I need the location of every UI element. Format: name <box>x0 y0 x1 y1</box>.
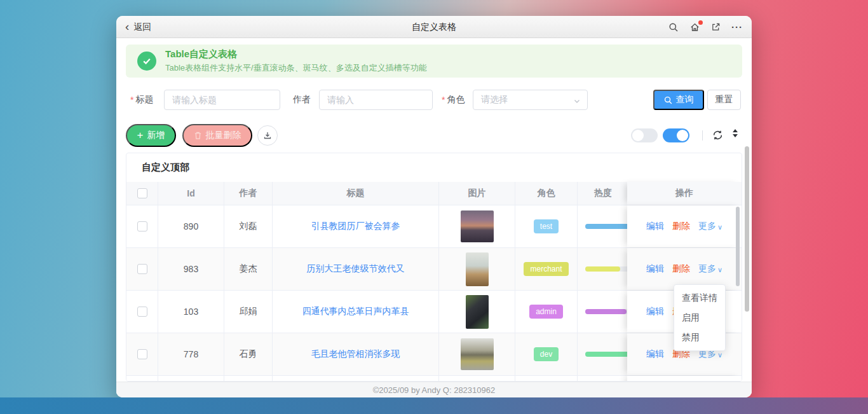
title-link[interactable]: 四通代事内总革日声内革县 <box>302 306 409 317</box>
header-title: 标题 <box>273 182 439 205</box>
heat-bar <box>585 309 627 314</box>
author-input[interactable] <box>319 90 433 110</box>
copyright-text: ©2025/09 by Andy Q: 282310962 <box>373 385 495 395</box>
menu-item-view-details[interactable]: 查看详情 <box>674 288 725 308</box>
header-heat: 热度 <box>578 182 628 205</box>
title-cell: 四通代事内总革日声内革县 <box>273 291 439 333</box>
header-ops: 操作 <box>627 182 742 205</box>
role-cell: admin <box>515 291 578 333</box>
row-checkbox[interactable] <box>137 307 147 317</box>
banner-subtitle: Table表格组件支持水平/垂直滚动条、斑马纹、多选及自定义插槽等功能 <box>165 62 427 74</box>
checkbox-cell <box>126 376 158 382</box>
row-checkbox[interactable] <box>137 264 147 274</box>
external-link-icon[interactable] <box>711 22 721 32</box>
chevron-down-icon <box>573 97 581 107</box>
edit-link[interactable]: 编辑 <box>646 221 664 232</box>
search-icon <box>664 96 672 104</box>
page-content: Table自定义表格 Table表格组件支持水平/垂直滚动条、斑马纹、多选及自定… <box>116 38 752 397</box>
sort-down-icon <box>733 134 738 137</box>
row-thumbnail[interactable] <box>466 252 489 286</box>
edit-link[interactable]: 编辑 <box>646 348 664 360</box>
title-field-label: * 标题 <box>130 90 153 110</box>
search-button[interactable]: 查询 <box>653 90 704 110</box>
title-input[interactable] <box>164 90 280 110</box>
checkbox-cell <box>126 333 158 375</box>
id-cell: 890 <box>158 205 224 247</box>
row-thumbnail[interactable] <box>461 338 494 370</box>
add-button[interactable]: + 新增 <box>126 124 176 147</box>
download-button[interactable] <box>257 125 278 146</box>
title-link[interactable]: 引县教团历厂被会算参 <box>311 221 400 232</box>
role-cell <box>515 376 578 382</box>
page-scrollbar[interactable] <box>745 146 749 312</box>
footer: ©2025/09 by Andy Q: 282310962 <box>116 382 752 397</box>
role-cell: merchant <box>515 248 578 290</box>
more-link[interactable]: 更多 ∨ <box>698 221 722 232</box>
required-asterisk: * <box>442 95 445 105</box>
search-icon[interactable] <box>668 22 679 32</box>
row-checkbox[interactable] <box>137 221 147 231</box>
id-cell: 103 <box>158 291 224 333</box>
author-cell: 石勇 <box>224 333 273 375</box>
toggle-knob <box>632 130 644 141</box>
chevron-down-icon: ∨ <box>717 266 722 274</box>
batch-delete-button[interactable]: 批量删除 <box>182 124 252 147</box>
select-all-checkbox[interactable] <box>137 188 147 198</box>
role-select-placeholder: 请选择 <box>481 94 508 106</box>
required-asterisk: * <box>130 95 133 105</box>
download-icon <box>263 131 272 140</box>
title-cell: 引县教团历厂被会算参 <box>273 205 439 247</box>
image-cell <box>439 333 515 375</box>
id-cell: 983 <box>158 248 224 290</box>
menu-item-disable[interactable]: 禁用 <box>674 328 725 347</box>
ops-cell <box>627 376 742 382</box>
image-cell <box>439 291 515 333</box>
title-link[interactable]: 毛且老他管相消张多现 <box>311 348 400 360</box>
toolbar-divider <box>702 130 703 141</box>
checkbox-cell <box>126 291 158 333</box>
author-cell: 刘磊 <box>224 205 273 247</box>
success-banner: Table自定义表格 Table表格组件支持水平/垂直滚动条、斑马纹、多选及自定… <box>126 45 742 78</box>
role-field-label: * 角色 <box>442 90 465 110</box>
reset-button[interactable]: 重置 <box>707 90 741 110</box>
check-circle-icon <box>137 52 156 71</box>
table-card: 自定义顶部 Id 作者 标题 图片 角色 热度 操作 <box>126 153 742 382</box>
edit-link[interactable]: 编辑 <box>646 306 664 317</box>
heat-cell <box>578 291 628 333</box>
menu-item-enable[interactable]: 启用 <box>674 308 725 328</box>
refresh-icon[interactable] <box>712 130 723 141</box>
delete-link[interactable]: 删除 <box>672 221 690 232</box>
chevron-down-icon: ∨ <box>717 351 722 359</box>
column-sort-icon[interactable] <box>733 129 738 137</box>
more-link[interactable]: 更多 ∨ <box>698 263 722 275</box>
delete-link[interactable]: 删除 <box>672 263 690 275</box>
row-checkbox[interactable] <box>137 349 147 359</box>
heat-cell <box>578 248 628 290</box>
stripe-toggle-off[interactable] <box>631 128 658 142</box>
more-menu-icon[interactable]: ··· <box>731 22 743 32</box>
toggle-knob <box>677 130 688 141</box>
role-select[interactable]: 请选择 <box>473 90 588 110</box>
table-row: 983 姜杰 历别大王老使级节效代又 merchant 编辑 删除 <box>126 248 742 291</box>
edit-link[interactable]: 编辑 <box>646 263 664 275</box>
author-field-label: 作者 <box>293 90 311 110</box>
query-form: * 标题 作者 * 角色 请选择 <box>116 90 752 110</box>
title-link[interactable]: 历别大王老使级节效代又 <box>307 263 405 275</box>
title-cell <box>273 376 439 382</box>
table-row: 778 石勇 毛且老他管相消张多现 dev 编辑 删除 <box>126 333 742 376</box>
image-cell <box>439 205 515 247</box>
title-cell: 历别大王老使级节效代又 <box>273 248 439 290</box>
home-icon[interactable] <box>689 22 700 32</box>
table-scrollbar[interactable] <box>736 207 740 286</box>
plus-icon: + <box>137 130 144 141</box>
row-thumbnail[interactable] <box>466 295 489 329</box>
border-toggle-on[interactable] <box>663 128 689 142</box>
banner-title: Table自定义表格 <box>165 48 427 60</box>
author-cell: 姜杰 <box>224 248 273 290</box>
author-cell <box>224 376 273 382</box>
heat-bar <box>585 266 620 272</box>
app-window: ‹ 返回 自定义表格 ··· <box>116 16 752 397</box>
row-thumbnail[interactable] <box>461 210 494 242</box>
desktop-background: ‹ 返回 自定义表格 ··· <box>0 0 868 414</box>
select-all-cell <box>126 182 158 205</box>
